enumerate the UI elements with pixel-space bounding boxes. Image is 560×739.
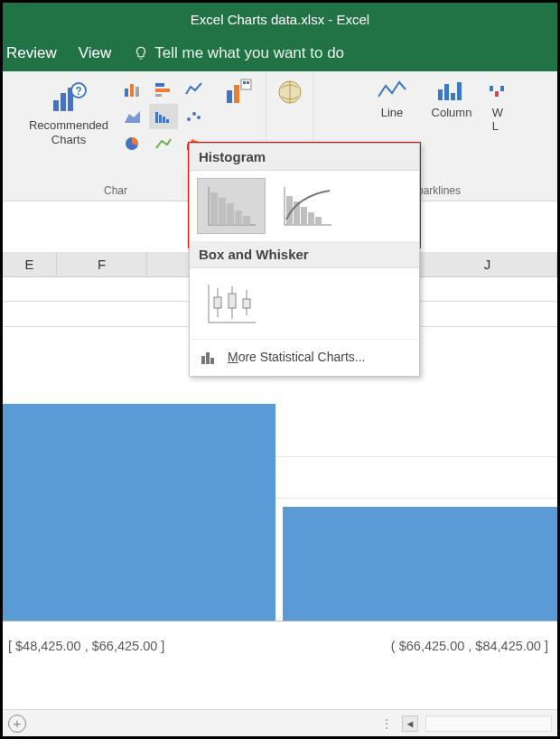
sheet-tab-bar: + ⋮ ◄	[3, 709, 557, 736]
title-bar: Excel Charts data.xlsx - Excel	[3, 3, 557, 35]
svg-rect-59	[210, 358, 214, 364]
more-statistical-charts[interactable]: More Statistical Charts...	[190, 339, 419, 376]
svg-rect-15	[166, 119, 169, 123]
svg-rect-9	[155, 89, 170, 92]
svg-rect-5	[125, 89, 128, 97]
pareto-thumb-icon	[279, 183, 335, 229]
svg-rect-25	[243, 81, 246, 84]
svg-rect-38	[219, 198, 226, 225]
tab-review[interactable]: Review	[6, 44, 57, 62]
ribbon-group-charts: ? Recommended Charts Char	[19, 71, 212, 201]
pivot-chart-icon	[224, 77, 255, 108]
scroll-left-button[interactable]: ◄	[402, 716, 418, 732]
chart-line-button[interactable]	[180, 77, 209, 102]
svg-point-17	[192, 112, 196, 116]
chart-bar-1	[3, 404, 275, 621]
sparkline-winloss-button[interactable]: WL	[486, 77, 509, 133]
svg-rect-46	[301, 207, 307, 225]
tell-me-label: Tell me what you want to do	[154, 44, 344, 62]
pivot-chart-button[interactable]	[214, 77, 265, 108]
sparkline-column-icon	[435, 77, 468, 104]
svg-rect-48	[315, 217, 322, 225]
area-chart-icon	[124, 108, 142, 125]
recommended-charts-button[interactable]: ? Recommended Charts	[23, 77, 115, 146]
horizontal-scrollbar[interactable]	[425, 716, 552, 732]
axis-label-left: [ $48,425.00 , $66,425.00 ]	[3, 639, 278, 653]
recommended-charts-icon: ?	[50, 80, 88, 117]
sparkline-line-label: Line	[381, 106, 404, 119]
svg-rect-26	[247, 81, 249, 84]
svg-point-16	[187, 117, 191, 121]
line-chart-icon	[185, 81, 203, 98]
sparkline-column-button[interactable]: Column	[426, 77, 477, 119]
svg-rect-12	[155, 112, 158, 123]
svg-rect-54	[229, 294, 236, 308]
svg-marker-11	[125, 111, 140, 123]
new-sheet-button[interactable]: +	[8, 715, 26, 733]
box-whisker-thumb-icon	[203, 281, 259, 326]
tab-scroll-handle[interactable]: ⋮	[380, 716, 395, 731]
col-header-E[interactable]: E	[3, 252, 57, 276]
svg-rect-0	[53, 100, 59, 111]
chart-area-button[interactable]	[118, 104, 147, 129]
histogram-thumb-icon	[203, 183, 259, 229]
chart-pie-button[interactable]	[118, 131, 147, 156]
charts-group-label: Char	[104, 184, 127, 199]
histogram-option[interactable]	[197, 178, 266, 234]
3d-map-button[interactable]	[265, 77, 315, 108]
box-whisker-option[interactable]	[197, 276, 266, 332]
svg-rect-7	[135, 87, 139, 97]
pareto-option[interactable]	[273, 178, 341, 234]
sparkline-winloss-icon	[488, 77, 508, 104]
svg-rect-6	[130, 84, 134, 97]
chart-column-button[interactable]	[118, 77, 147, 102]
hbar-chart-icon	[154, 81, 173, 98]
svg-rect-56	[243, 299, 250, 308]
bar-chart-icon	[124, 81, 142, 98]
col-header-J[interactable]: J	[418, 252, 557, 276]
chart-statistic-button[interactable]	[149, 104, 178, 129]
scatter-chart-icon	[185, 108, 203, 125]
svg-rect-33	[495, 91, 499, 97]
popup-section-box: Box and Whisker	[190, 241, 419, 268]
pie-chart-icon	[124, 136, 142, 152]
histogram-icon	[154, 108, 173, 125]
svg-rect-13	[159, 115, 162, 123]
svg-rect-41	[243, 216, 250, 225]
chart-scatter-button[interactable]	[180, 104, 209, 129]
globe-icon	[275, 77, 305, 108]
chart-bar-2	[283, 507, 558, 621]
lightbulb-icon	[133, 45, 149, 61]
svg-rect-34	[500, 86, 504, 91]
svg-rect-32	[490, 86, 493, 91]
svg-rect-30	[451, 93, 455, 100]
more-charts-icon	[201, 349, 219, 365]
svg-rect-28	[438, 89, 443, 100]
window-title: Excel Charts data.xlsx - Excel	[191, 12, 369, 27]
chart-type-popup: Histogram Box and Whisker	[189, 143, 420, 377]
recommended-charts-label: Recommended Charts	[29, 118, 108, 146]
col-header-F[interactable]: F	[57, 252, 147, 276]
chart-bar-button[interactable]	[149, 77, 178, 102]
chart-surface-button[interactable]	[149, 131, 178, 156]
sparkline-line-button[interactable]: Line	[367, 77, 417, 119]
svg-text:?: ?	[75, 85, 81, 98]
svg-rect-14	[163, 117, 165, 123]
sparkline-column-label: Column	[432, 106, 472, 119]
tab-view[interactable]: View	[79, 44, 112, 62]
svg-point-18	[197, 116, 201, 119]
sparkline-line-icon	[376, 77, 408, 104]
svg-rect-37	[210, 192, 218, 225]
svg-rect-29	[444, 84, 449, 100]
axis-label-right: ( $66,425.00 , $84,425.00 ]	[278, 639, 557, 653]
tell-me-search[interactable]: Tell me what you want to do	[133, 44, 344, 62]
svg-rect-23	[234, 85, 239, 103]
svg-rect-1	[61, 93, 66, 111]
svg-rect-57	[201, 356, 205, 364]
svg-rect-47	[308, 212, 314, 225]
svg-rect-52	[214, 297, 221, 308]
svg-rect-40	[235, 210, 242, 225]
surface-chart-icon	[154, 136, 173, 152]
svg-rect-24	[241, 80, 251, 89]
svg-rect-58	[206, 352, 210, 364]
